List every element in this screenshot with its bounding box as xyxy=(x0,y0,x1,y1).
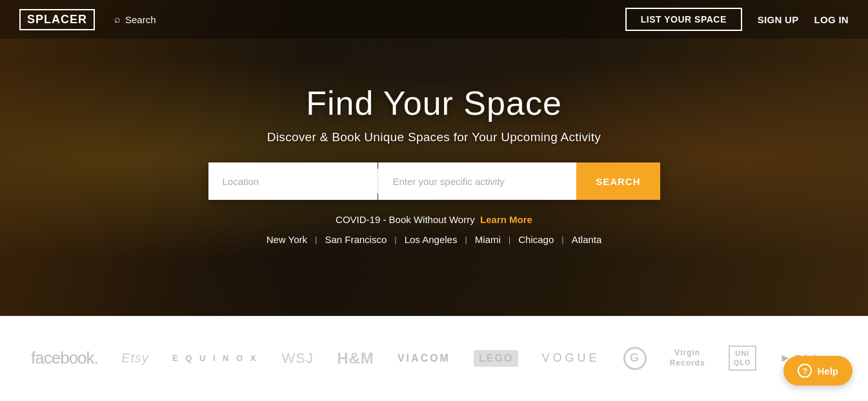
hero-subtitle: Discover & Book Unique Spaces for Your U… xyxy=(267,130,601,144)
nav-search[interactable]: ⌕ Search xyxy=(114,14,625,25)
hero-content: Find Your Space Discover & Book Unique S… xyxy=(208,84,660,245)
brand-hm[interactable]: H&M xyxy=(337,349,374,367)
brand-viacom[interactable]: VIACOM xyxy=(398,353,450,364)
brand-wsj[interactable]: WSJ xyxy=(282,350,314,367)
brand-uniqlo[interactable]: UNIQLO xyxy=(729,346,756,370)
city-los-angeles[interactable]: Los Angeles xyxy=(397,234,465,245)
help-button[interactable]: ? Help xyxy=(783,356,853,386)
search-button[interactable]: SEARCH xyxy=(576,162,660,200)
city-chicago[interactable]: Chicago xyxy=(510,234,561,245)
activity-input[interactable] xyxy=(378,162,576,200)
splacer-logo[interactable]: SPLACER xyxy=(19,9,95,30)
help-icon: ? xyxy=(798,364,812,378)
signup-link[interactable]: SIGN UP xyxy=(758,14,799,25)
help-label: Help xyxy=(817,366,838,377)
nav-right: LIST YOUR SPACE SIGN UP LOG IN xyxy=(625,8,849,31)
city-san-francisco[interactable]: San Francisco xyxy=(317,234,394,245)
city-new-york[interactable]: New York xyxy=(259,234,315,245)
brand-google[interactable]: G xyxy=(623,347,647,370)
city-miami[interactable]: Miami xyxy=(467,234,509,245)
city-atlanta[interactable]: Atlanta xyxy=(564,234,610,245)
brands-bar: facebook. Etsy E Q U I N O X WSJ H&M VIA… xyxy=(0,316,868,400)
list-space-button[interactable]: LIST YOUR SPACE xyxy=(625,8,742,31)
login-link[interactable]: LOG IN xyxy=(814,14,849,25)
hero-section: Find Your Space Discover & Book Unique S… xyxy=(0,0,868,316)
covid-text: COVID-19 - Book Without Worry xyxy=(336,214,475,225)
location-input[interactable] xyxy=(208,162,378,200)
city-links: New York | San Francisco | Los Angeles |… xyxy=(259,234,610,245)
brand-virgin-records[interactable]: VirginRecords xyxy=(670,348,705,368)
brand-etsy[interactable]: Etsy xyxy=(121,351,149,366)
search-bar: SEARCH xyxy=(208,162,660,200)
navbar: SPLACER ⌕ Search LIST YOUR SPACE SIGN UP… xyxy=(0,0,868,39)
brand-facebook[interactable]: facebook. xyxy=(31,348,98,368)
nav-search-label: Search xyxy=(125,14,156,25)
brand-lego[interactable]: LEGO xyxy=(474,350,518,367)
learn-more-link[interactable]: Learn More xyxy=(480,214,532,225)
brand-equinox[interactable]: E Q U I N O X xyxy=(172,353,259,363)
search-icon: ⌕ xyxy=(114,14,121,25)
covid-notice: COVID-19 - Book Without Worry Learn More xyxy=(336,214,532,225)
hero-title: Find Your Space xyxy=(306,84,562,122)
brand-vogue[interactable]: VOGUE xyxy=(541,351,600,365)
